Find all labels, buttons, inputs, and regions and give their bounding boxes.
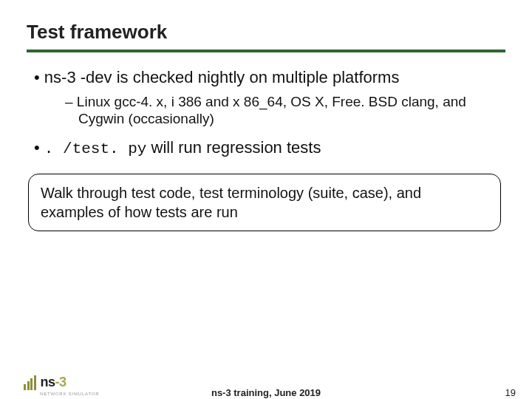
bullet-list: ns-3 -dev is checked nightly on multiple… <box>27 67 505 157</box>
logo-bars-icon <box>24 375 36 390</box>
bullet-sub-item: Linux gcc-4. x, i 386 and x 86_64, OS X,… <box>65 93 505 129</box>
logo-text: ns-3 <box>41 375 66 390</box>
footer-center-text: ns-3 training, June 2019 <box>211 387 321 398</box>
ns3-logo: ns-3 <box>24 375 66 390</box>
logo-subtext: NETWORK SIMULATOR <box>40 392 99 396</box>
bullet-item: . /test. py will run regression tests <box>34 138 505 157</box>
page-number: 19 <box>505 387 516 398</box>
callout-box: Walk through test code, test terminology… <box>28 174 501 231</box>
bullet-item: ns-3 -dev is checked nightly on multiple… <box>34 67 505 89</box>
title-divider <box>27 50 505 52</box>
code-text: . /test. py <box>44 140 147 157</box>
slide: Test framework ns-3 -dev is checked nigh… <box>0 0 532 399</box>
bullet-text: will run regression tests <box>146 138 321 157</box>
slide-title: Test framework <box>27 21 505 44</box>
